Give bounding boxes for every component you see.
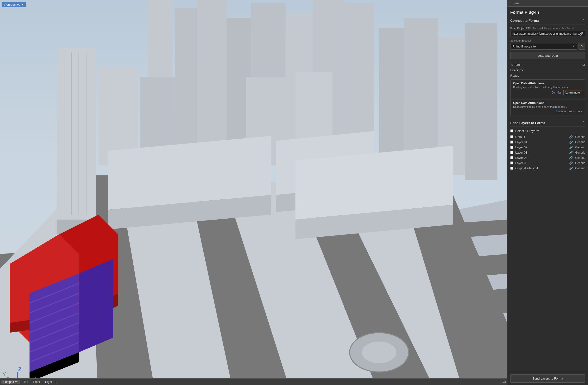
svg-rect-35 [57, 47, 96, 220]
layer-03-type: Generic [575, 151, 585, 154]
attribution-1-dismiss[interactable]: Dismiss [552, 90, 562, 95]
proposal-label: Select a Proposal [510, 39, 585, 42]
link-icon: 🔗 [579, 32, 583, 36]
layer-row-03: Layer 03 🔗 Generic [510, 151, 585, 154]
load-site-data-button[interactable]: Load Site Data [510, 52, 585, 59]
panel-titlebar: Forma [507, 0, 588, 7]
layer-03-type-icon: 🔗 [569, 151, 573, 154]
layer-row-01: Layer 01 🔗 Generic [510, 140, 585, 144]
attribution-1-desc: Buildings provided by a third party that… [513, 86, 582, 89]
attribution-1-title: Open Data Attributions [513, 82, 582, 85]
tab-perspective[interactable]: Perspective [1, 380, 20, 384]
proposal-select[interactable]: Rhino Empty site [510, 43, 577, 50]
layer-05-checkbox[interactable] [510, 161, 513, 165]
svg-rect-20 [197, 0, 227, 156]
terrain-visibility-icon[interactable]: ◕ [582, 63, 585, 66]
send-collapse-icon[interactable]: ⌃ [582, 121, 585, 125]
layer-03-name: Layer 03 [515, 151, 567, 154]
layer-site-limit-type-icon: 🔗 [569, 167, 573, 170]
connect-collapse-icon[interactable]: ⌃ [582, 18, 585, 23]
send-section-title: Send Layers to Forma [510, 121, 545, 125]
layer-default-type-icon: 🔗 [569, 135, 573, 139]
url-label: Enter Project URL Autodesk Headcourters,… [510, 27, 585, 30]
viewport-mode-arrow [21, 4, 23, 5]
url-placeholder-text: Autodesk Headcourters, San Fransi... [533, 27, 576, 30]
layer-03-checkbox[interactable] [510, 151, 513, 154]
select-all-row: Select All Layers: [510, 129, 585, 133]
project-url-input[interactable] [512, 32, 579, 35]
attribution-2-title-text: Open Data Attributions [513, 101, 544, 105]
layer-02-type: Generic [575, 146, 585, 149]
layer-04-checkbox[interactable] [510, 156, 513, 159]
layer-02-checkbox[interactable] [510, 146, 513, 149]
panel-titlebar-text: Forma [510, 1, 519, 5]
attributions-scroll: Open Data Attributions Buildings provide… [510, 79, 585, 117]
attribution-2-buttons: Dismiss Learn more [513, 110, 582, 113]
3d-viewport[interactable]: Perspective [0, 0, 507, 385]
layer-default-checkbox[interactable] [510, 135, 513, 138]
svg-rect-17 [465, 23, 497, 180]
terrain-label: Terrain [510, 63, 520, 66]
send-layers-button[interactable]: Send Layers to Forma [510, 374, 585, 383]
svg-point-56 [362, 342, 397, 363]
attribution-1-buttons: Dismiss Learn more [513, 90, 582, 95]
layer-site-limit-name: Original site limit [515, 166, 567, 170]
url-hint: Autodesk Headcourters, San Fransi... [532, 27, 576, 30]
attribution-2-learn-more[interactable]: Learn more [568, 110, 582, 113]
svg-marker-46 [79, 259, 113, 352]
attribution-2: Open Data Attributions Roads provided by… [510, 99, 585, 115]
layer-default-name: Default [515, 135, 567, 139]
svg-text:Y: Y [2, 371, 6, 377]
layer-row-02: Layer 02 🔗 Generic [510, 146, 585, 149]
layer-04-type-icon: 🔗 [569, 156, 573, 159]
attribution-1-title-text: Open Data Attributions [513, 82, 544, 85]
buildings-layer: Buildings [510, 68, 585, 72]
layer-01-checkbox[interactable] [510, 140, 513, 144]
send-section-header: Send Layers to Forma ⌃ [510, 121, 585, 127]
viewport-mode-label[interactable]: Perspective [2, 2, 26, 7]
layer-01-type-icon: 🔗 [569, 140, 573, 144]
layer-site-limit-checkbox[interactable] [510, 167, 513, 170]
terrain-layer: Terrain ◕ [510, 63, 585, 66]
tab-top[interactable]: Top [22, 380, 30, 384]
layer-default-type: Generic [575, 135, 585, 139]
panel-content: Forma Plug-in Connect to Forma ⌃ Enter P… [507, 7, 588, 372]
connect-section-title: Connect to Forma [510, 19, 539, 22]
layer-02-type-icon: 🔗 [569, 146, 573, 149]
viewport-coords: 0.73 [501, 381, 506, 383]
layer-01-name: Layer 01 [515, 140, 567, 144]
send-layers-section: Send Layers to Forma ⌃ Select All Layers… [510, 121, 585, 170]
layer-row-site-limit: Original site limit 🔗 Generic [510, 166, 585, 170]
roads-layer: Roads [510, 74, 585, 77]
roads-label: Roads [510, 74, 519, 77]
svg-text:Z: Z [18, 366, 22, 372]
layer-row-05: Layer 05 🔗 Generic [510, 161, 585, 165]
viewport-tabs: Perspective Top Front Right + 0.73 [0, 378, 507, 385]
proposal-row: Rhino Empty site ↻ [510, 43, 585, 50]
buildings-label: Buildings [510, 68, 523, 72]
layer-05-type-icon: 🔗 [569, 161, 573, 165]
layer-05-type: Generic [575, 161, 585, 165]
svg-rect-19 [175, 8, 197, 156]
connect-section-header: Connect to Forma ⌃ [510, 18, 585, 24]
url-label-text: Enter Project URL [510, 27, 531, 30]
tab-right[interactable]: Right [43, 380, 54, 384]
layer-02-name: Layer 02 [515, 146, 567, 149]
panel-footer: Send Layers to Forma [507, 372, 588, 385]
3d-scene: X Y Z [0, 0, 507, 385]
select-all-checkbox[interactable] [510, 129, 513, 133]
layer-site-limit-type: Generic [575, 167, 585, 170]
attribution-2-dismiss[interactable]: Dismiss [556, 110, 566, 113]
select-all-label: Select All Layers: [515, 129, 539, 133]
attribution-1: Open Data Attributions Buildings provide… [510, 79, 585, 97]
attribution-1-learn-more[interactable]: Learn more [563, 90, 582, 95]
add-viewport-tab[interactable]: + [55, 380, 57, 384]
viewport-mode-text: Perspective [4, 3, 21, 6]
url-input-wrapper: 🔗 [510, 31, 585, 37]
layer-05-name: Layer 05 [515, 161, 567, 165]
attribution-2-title: Open Data Attributions [513, 101, 582, 105]
panel-main-title: Forma Plug-in [510, 10, 585, 15]
tab-front[interactable]: Front [31, 380, 42, 384]
forma-panel: Forma Forma Plug-in Connect to Forma ⌃ E… [507, 0, 588, 385]
proposal-refresh-button[interactable]: ↻ [579, 43, 585, 50]
